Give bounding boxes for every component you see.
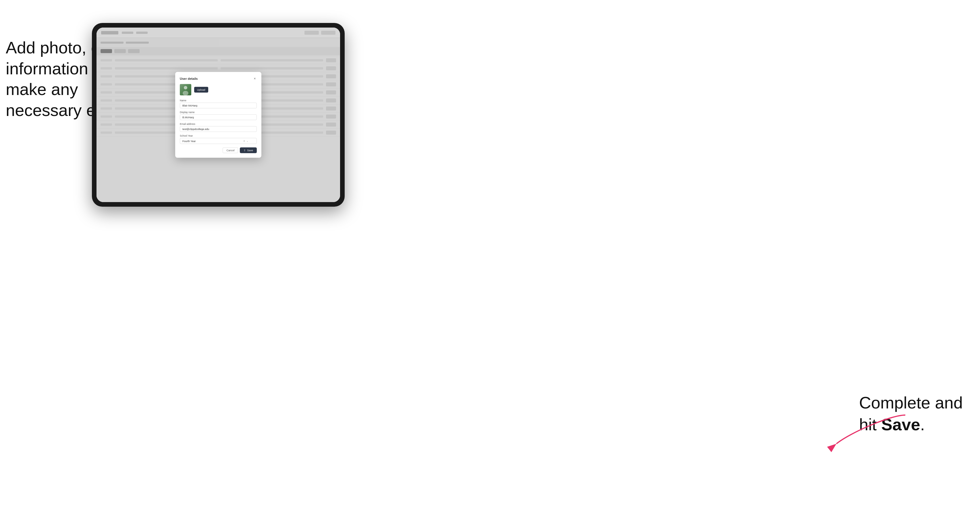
save-icon: ⇧ xyxy=(243,149,246,152)
school-year-select-wrapper: Fourth Year × ⌄ xyxy=(180,138,257,144)
save-button-label: Save xyxy=(247,149,253,152)
email-input[interactable] xyxy=(180,126,257,132)
modal-title: User details xyxy=(180,77,197,80)
cancel-button[interactable]: Cancel xyxy=(223,148,238,153)
tablet-device: User details × Upload N xyxy=(92,23,345,207)
email-field-group: Email address xyxy=(180,122,257,132)
svg-point-3 xyxy=(183,91,188,95)
name-label: Name xyxy=(180,99,257,102)
photo-image xyxy=(180,84,191,95)
display-name-input[interactable] xyxy=(180,114,257,120)
user-photo-thumbnail xyxy=(180,84,191,95)
modal-header: User details × xyxy=(180,77,257,81)
user-details-modal: User details × Upload N xyxy=(175,72,261,158)
school-year-field-group: School Year Fourth Year × ⌄ xyxy=(180,134,257,144)
right-annotation: Complete and hit Save. xyxy=(859,392,963,435)
modal-footer: Cancel ⇧ Save xyxy=(180,148,257,153)
photo-section: Upload xyxy=(180,84,257,95)
upload-button[interactable]: Upload xyxy=(194,87,208,93)
chevron-down-icon: ⌄ xyxy=(247,140,248,142)
select-clear-icon[interactable]: × xyxy=(243,140,245,143)
display-name-label: Display name xyxy=(180,111,257,114)
modal-close-button[interactable]: × xyxy=(253,77,257,81)
email-label: Email address xyxy=(180,122,257,125)
tablet-screen: User details × Upload N xyxy=(97,27,340,202)
svg-point-2 xyxy=(184,86,187,90)
school-year-value: Fourth Year xyxy=(182,140,196,142)
save-button[interactable]: ⇧ Save xyxy=(240,148,257,153)
school-year-label: School Year xyxy=(180,134,257,137)
name-field-group: Name xyxy=(180,99,257,108)
display-name-field-group: Display name xyxy=(180,111,257,120)
name-input[interactable] xyxy=(180,103,257,108)
school-year-select[interactable]: Fourth Year × ⌄ xyxy=(180,138,257,144)
